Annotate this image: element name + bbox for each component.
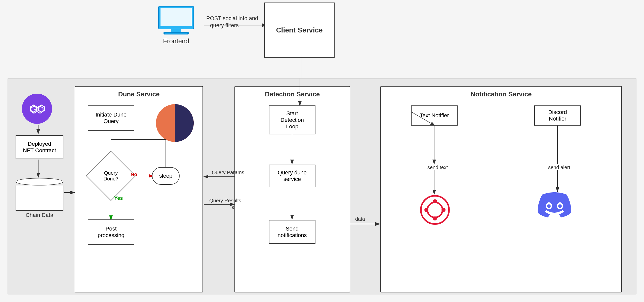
query-done-label: QueryDone? — [94, 159, 128, 193]
post-processing-box: Post processing — [88, 219, 134, 245]
svg-point-57 — [558, 204, 562, 208]
pie-chart-svg — [155, 103, 195, 143]
svg-rect-2 — [171, 29, 181, 32]
text-notifier-box: Text Notifier — [411, 105, 458, 126]
cylinder-top — [16, 178, 63, 185]
discord-svg — [537, 192, 572, 220]
initiate-query-label: Initiate Dune Query — [96, 111, 127, 125]
send-alert-label: send alert — [548, 165, 570, 170]
dune-service-box: Dune Service Initiate Dune Query — [75, 86, 203, 292]
sleep-box: sleep — [152, 167, 180, 185]
sleep-label: sleep — [159, 173, 173, 179]
discord-notifier-label: Discord Notifier — [548, 109, 567, 122]
svg-text:s: s — [231, 204, 234, 210]
discord-icon — [537, 192, 572, 220]
svg-text:POST  social info and: POST social info and — [206, 15, 258, 21]
no-label: No — [131, 172, 137, 177]
svg-text:⬡⬡: ⬡⬡ — [29, 103, 45, 114]
chain-data-label: Chain Data — [16, 212, 63, 218]
notification-service-box: Notification Service Text Notifier Disco… — [380, 86, 622, 292]
text-notifier-label: Text Notifier — [420, 112, 449, 119]
query-dune-box: Query dune service — [269, 165, 315, 187]
nft-contract-box: Deployed NFT Contract — [16, 135, 63, 159]
yes-label: Yes — [114, 195, 123, 201]
query-dune-label: Query dune service — [278, 169, 307, 182]
svg-point-53 — [441, 208, 446, 212]
post-processing-label: Post processing — [98, 225, 124, 239]
client-service-box: Client Service — [264, 3, 335, 58]
dune-service-title: Dune Service — [75, 87, 203, 102]
chain-data-cylinder: Chain Data — [16, 178, 63, 218]
client-service-label: Client Service — [276, 26, 323, 34]
svg-text:data: data — [355, 216, 365, 222]
svg-rect-4 — [165, 33, 187, 34]
main-section: ⬡⬡ Deployed NFT Contract Chain Data — [8, 78, 636, 294]
svg-point-50 — [433, 199, 437, 203]
start-detection-box: Start Detection Loop — [269, 105, 315, 134]
frontend-label: Frontend — [163, 37, 189, 45]
twilio-svg — [420, 195, 450, 225]
svg-text:query filters: query filters — [210, 22, 239, 28]
notification-service-title: Notification Service — [381, 87, 621, 102]
monitor-icon — [156, 5, 196, 35]
send-notifications-box: Send notifications — [269, 220, 315, 244]
polygon-logo: ⬡⬡ — [22, 94, 52, 124]
query-done-diamond: QueryDone? — [86, 151, 136, 201]
detection-service-box: Detection Service Start Detection Loop Q… — [234, 86, 350, 292]
discord-notifier-box: Discord Notifier — [534, 105, 581, 126]
start-detection-label: Start Detection Loop — [280, 110, 304, 130]
twilio-icon — [420, 195, 450, 225]
send-text-label: send text — [427, 165, 448, 170]
frontend-box: Frontend — [156, 5, 196, 45]
polygon-icon: ⬡⬡ — [27, 101, 47, 116]
nft-contract-label: Deployed NFT Contract — [23, 141, 56, 154]
svg-point-49 — [427, 202, 442, 217]
svg-rect-1 — [160, 8, 192, 26]
cylinder-body — [16, 185, 63, 211]
send-notifications-label: Send notifications — [277, 225, 307, 239]
initiate-query-box: Initiate Dune Query — [88, 105, 134, 131]
detection-service-title: Detection Service — [235, 87, 350, 102]
svg-point-56 — [547, 204, 551, 208]
diagram-container: Frontend POST social info and query filt… — [0, 0, 644, 302]
svg-point-51 — [433, 216, 437, 220]
pie-chart — [155, 103, 195, 143]
svg-point-52 — [424, 208, 428, 212]
